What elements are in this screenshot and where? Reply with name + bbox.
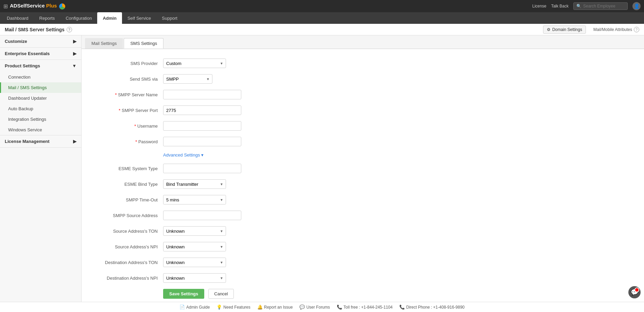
smpp-source-address-input[interactable] bbox=[163, 211, 241, 220]
password-row: Password bbox=[95, 137, 630, 146]
content-area: Mail Settings SMS Settings SMS Provider … bbox=[82, 35, 644, 302]
smpp-source-address-control bbox=[163, 211, 241, 220]
dest-npi-select[interactable]: Unknown ISDN Data Telex Land Mobile Nati… bbox=[163, 273, 226, 283]
esme-bind-type-row: ESME Bind Type Bind Transmitter Bind Rec… bbox=[95, 179, 630, 189]
license-link[interactable]: License bbox=[532, 4, 546, 9]
smpp-server-port-control bbox=[163, 105, 241, 115]
sidebar: Customize ▶ Enterprise Essentials ▶ Prod… bbox=[0, 35, 82, 302]
source-npi-select[interactable]: Unknown ISDN Data Telex Land Mobile Nati… bbox=[163, 242, 226, 251]
page-title: Mail / SMS Server Settings ? bbox=[5, 27, 72, 32]
advanced-settings-control: Advanced Settings ▾ bbox=[163, 152, 204, 158]
nav-tab-support[interactable]: Support bbox=[156, 12, 183, 24]
smpp-source-address-label: SMPP Source Address bbox=[95, 213, 163, 218]
password-label: Password bbox=[95, 139, 163, 144]
smpp-server-name-input[interactable] bbox=[163, 90, 241, 99]
sidebar-item-dashboard-updater[interactable]: Dashboard Updater bbox=[0, 93, 81, 103]
source-ton-label: Source Address's TON bbox=[95, 229, 163, 234]
sidebar-section-enterprise: Enterprise Essentials ▶ bbox=[0, 48, 81, 60]
sidebar-item-auto-backup[interactable]: Auto Backup bbox=[0, 103, 81, 114]
buttons-row: Save Settings Cancel bbox=[95, 289, 630, 299]
nav-tab-configuration[interactable]: Configuration bbox=[60, 12, 97, 24]
password-control bbox=[163, 137, 241, 146]
sms-provider-wrapper: Custom Twilio Nexmo Other ▼ bbox=[163, 59, 226, 68]
footer-user-forums[interactable]: 💬 User Forums bbox=[299, 305, 330, 310]
sidebar-item-connection[interactable]: Connection bbox=[0, 72, 81, 82]
source-ton-select[interactable]: Unknown International National Network S… bbox=[163, 226, 226, 236]
esme-system-type-control bbox=[163, 164, 241, 173]
smpp-timeout-select[interactable]: 5 mins 10 mins 15 mins 30 mins bbox=[163, 195, 226, 204]
grid-icon[interactable]: ⊞ bbox=[3, 3, 8, 10]
advanced-settings-link[interactable]: Advanced Settings ▾ bbox=[163, 152, 204, 158]
dest-ton-wrapper: Unknown International National Network S… bbox=[163, 258, 226, 267]
chevron-right-icon-3: ▶ bbox=[73, 139, 76, 144]
domain-bar: Mail / SMS Server Settings ? ⚙ Domain Se… bbox=[0, 24, 644, 35]
smpp-server-port-input[interactable] bbox=[163, 105, 241, 115]
footer-need-features[interactable]: 💡 Need Features bbox=[216, 305, 250, 310]
esme-bind-type-select[interactable]: Bind Transmitter Bind Receiver Bind Tran… bbox=[163, 179, 226, 189]
username-input[interactable] bbox=[163, 121, 241, 131]
smpp-source-address-row: SMPP Source Address bbox=[95, 211, 630, 220]
logo-area: ⊞ ADSelfService Plus bbox=[3, 3, 65, 9]
search-box: 🔍 bbox=[573, 2, 628, 10]
sidebar-header-product[interactable]: Product Settings ▼ bbox=[0, 60, 81, 72]
sms-provider-label: SMS Provider bbox=[95, 61, 163, 66]
sidebar-section-license: License Management ▶ bbox=[0, 135, 81, 148]
footer-admin-guide[interactable]: 📄 Admin Guide bbox=[179, 305, 210, 310]
nav-tab-admin[interactable]: Admin bbox=[97, 12, 122, 24]
talkback-link[interactable]: Talk Back bbox=[551, 4, 569, 9]
footer-direct-phone: 📞 Direct Phone : +1-408-916-9890 bbox=[399, 305, 465, 310]
admin-guide-icon: 📄 bbox=[179, 305, 185, 310]
dest-npi-wrapper: Unknown ISDN Data Telex Land Mobile Nati… bbox=[163, 273, 226, 283]
send-sms-via-row: Send SMS via SMPP HTTP Email ▼ bbox=[95, 74, 630, 84]
chat-bubble[interactable]: 💬 bbox=[628, 286, 641, 298]
esme-bind-type-label: ESME Bind Type bbox=[95, 182, 163, 187]
nav-tab-reports[interactable]: Reports bbox=[34, 12, 60, 24]
dest-ton-select[interactable]: Unknown International National Network S… bbox=[163, 258, 226, 267]
mobile-attrs-link[interactable]: Mail/Mobile Attributes ? bbox=[593, 27, 639, 32]
user-forums-icon: 💬 bbox=[299, 305, 305, 310]
password-input[interactable] bbox=[163, 137, 241, 146]
dest-npi-control: Unknown ISDN Data Telex Land Mobile Nati… bbox=[163, 273, 226, 283]
smpp-server-port-row: SMPP Server Port bbox=[95, 105, 630, 115]
gear-icon: ⚙ bbox=[547, 27, 551, 32]
top-bar-right: License Talk Back 🔍 👤 bbox=[532, 2, 641, 10]
source-ton-row: Source Address's TON Unknown Internation… bbox=[95, 226, 630, 236]
source-npi-control: Unknown ISDN Data Telex Land Mobile Nati… bbox=[163, 242, 226, 251]
need-features-icon: 💡 bbox=[216, 305, 222, 310]
sidebar-item-integration-settings[interactable]: Integration Settings bbox=[0, 114, 81, 125]
save-settings-button[interactable]: Save Settings bbox=[163, 289, 204, 299]
username-label: Username bbox=[95, 124, 163, 129]
source-ton-control: Unknown International National Network S… bbox=[163, 226, 226, 236]
tab-sms-settings[interactable]: SMS Settings bbox=[124, 38, 163, 49]
sidebar-header-customize[interactable]: Customize ▶ bbox=[0, 35, 81, 47]
send-sms-via-select[interactable]: SMPP HTTP Email bbox=[163, 74, 212, 84]
smpp-timeout-label: SMPP Time-Out bbox=[95, 197, 163, 202]
source-npi-wrapper: Unknown ISDN Data Telex Land Mobile Nati… bbox=[163, 242, 226, 251]
avatar[interactable]: 👤 bbox=[632, 2, 641, 10]
search-icon: 🔍 bbox=[576, 4, 581, 9]
sidebar-header-enterprise[interactable]: Enterprise Essentials ▶ bbox=[0, 48, 81, 60]
footer-report-issue[interactable]: 🔔 Report an Issue bbox=[257, 305, 293, 310]
esme-system-type-input[interactable] bbox=[163, 164, 241, 173]
sms-provider-control: Custom Twilio Nexmo Other ▼ bbox=[163, 59, 226, 68]
direct-phone-icon: 📞 bbox=[399, 305, 405, 310]
search-input[interactable] bbox=[583, 4, 627, 9]
buttons-control: Save Settings Cancel bbox=[163, 289, 234, 299]
source-npi-label: Source Address's NPI bbox=[95, 244, 163, 249]
sms-provider-select[interactable]: Custom Twilio Nexmo Other bbox=[163, 59, 226, 68]
sidebar-item-windows-service[interactable]: Windows Service bbox=[0, 125, 81, 135]
smpp-server-name-row: SMPP Server Name bbox=[95, 90, 630, 99]
nav-tab-dashboard[interactable]: Dashboard bbox=[1, 12, 34, 24]
domain-settings-button[interactable]: ⚙ Domain Settings bbox=[543, 26, 586, 34]
cancel-button[interactable]: Cancel bbox=[208, 289, 233, 299]
report-issue-icon: 🔔 bbox=[257, 305, 263, 310]
sidebar-item-mail-sms[interactable]: Mail / SMS Settings bbox=[0, 82, 81, 93]
footer-toll-free: 📞 Toll free : +1-844-245-1104 bbox=[337, 305, 393, 310]
sidebar-header-license[interactable]: License Management ▶ bbox=[0, 135, 81, 147]
username-row: Username bbox=[95, 121, 630, 131]
tab-mail-settings[interactable]: Mail Settings bbox=[85, 38, 123, 49]
mobile-attrs-help-icon[interactable]: ? bbox=[634, 27, 639, 32]
nav-tab-selfservice[interactable]: Self Service bbox=[122, 12, 156, 24]
top-right-bar: ⚙ Domain Settings Mail/Mobile Attributes… bbox=[543, 26, 639, 34]
page-help-icon[interactable]: ? bbox=[67, 27, 72, 32]
